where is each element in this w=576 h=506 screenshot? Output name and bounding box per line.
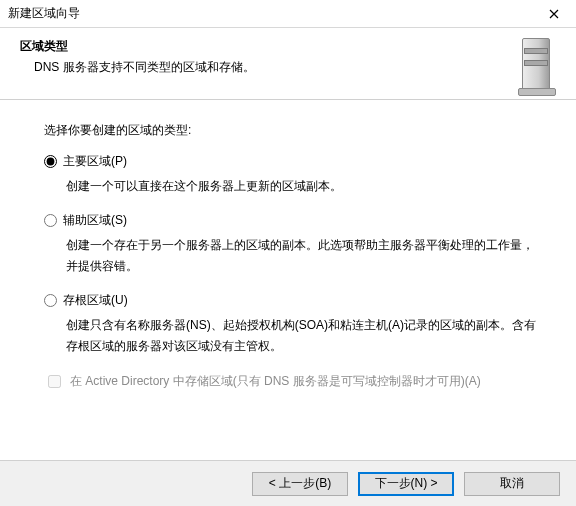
close-button[interactable] (532, 0, 576, 28)
cancel-button[interactable]: 取消 (464, 472, 560, 496)
content-area: 选择你要创建的区域的类型: 主要区域(P) 创建一个可以直接在这个服务器上更新的… (0, 100, 576, 460)
checkbox-ad-storage-label: 在 Active Directory 中存储区域(只有 DNS 服务器是可写域控… (70, 373, 481, 390)
titlebar: 新建区域向导 (0, 0, 576, 28)
option-secondary: 辅助区域(S) 创建一个存在于另一个服务器上的区域的副本。此选项帮助主服务器平衡… (44, 212, 542, 276)
ad-storage-option: 在 Active Directory 中存储区域(只有 DNS 服务器是可写域控… (44, 372, 542, 391)
option-primary: 主要区域(P) 创建一个可以直接在这个服务器上更新的区域副本。 (44, 153, 542, 196)
next-button[interactable]: 下一步(N) > (358, 472, 454, 496)
wizard-header: 区域类型 DNS 服务器支持不同类型的区域和存储。 (0, 28, 576, 100)
desc-secondary: 创建一个存在于另一个服务器上的区域的副本。此选项帮助主服务器平衡处理的工作量，并… (44, 235, 542, 276)
window-title: 新建区域向导 (8, 5, 80, 22)
header-title: 区域类型 (20, 38, 255, 55)
desc-primary: 创建一个可以直接在这个服务器上更新的区域副本。 (44, 176, 542, 196)
radio-stub-label[interactable]: 存根区域(U) (63, 292, 128, 309)
radio-primary-label[interactable]: 主要区域(P) (63, 153, 127, 170)
selection-prompt: 选择你要创建的区域的类型: (44, 122, 542, 139)
radio-stub[interactable] (44, 294, 57, 307)
header-description: DNS 服务器支持不同类型的区域和存储。 (20, 59, 255, 76)
back-button[interactable]: < 上一步(B) (252, 472, 348, 496)
option-stub: 存根区域(U) 创建只含有名称服务器(NS)、起始授权机构(SOA)和粘连主机(… (44, 292, 542, 356)
server-icon (518, 38, 556, 96)
wizard-footer: < 上一步(B) 下一步(N) > 取消 (0, 460, 576, 506)
radio-secondary[interactable] (44, 214, 57, 227)
radio-primary[interactable] (44, 155, 57, 168)
checkbox-ad-storage (48, 375, 61, 388)
close-icon (549, 9, 559, 19)
header-text-block: 区域类型 DNS 服务器支持不同类型的区域和存储。 (20, 36, 255, 99)
radio-secondary-label[interactable]: 辅助区域(S) (63, 212, 127, 229)
desc-stub: 创建只含有名称服务器(NS)、起始授权机构(SOA)和粘连主机(A)记录的区域的… (44, 315, 542, 356)
